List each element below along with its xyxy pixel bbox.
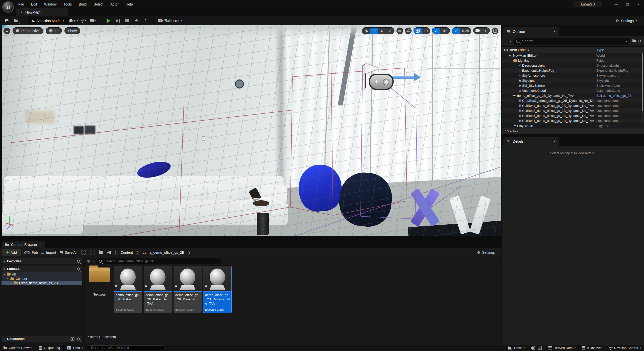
menu-actor[interactable]: Actor	[108, 2, 121, 7]
revision-control-dropdown[interactable]: Revision Control ▾	[606, 345, 644, 351]
menu-tools[interactable]: Tools	[61, 2, 74, 7]
close-button[interactable]: ×	[633, 1, 644, 8]
tab-outliner[interactable]: Outliner ×	[503, 27, 559, 36]
tree-item-content[interactable]: ▾ Content	[2, 277, 82, 281]
workspace-section-header[interactable]: ▾ LumaGS	[2, 266, 82, 272]
breadcrumb-all[interactable]: All	[107, 250, 111, 254]
outliner-row-skysphere[interactable]: ◆ SM_SkySphere StaticMeshActor	[502, 83, 644, 88]
chevron-down-icon[interactable]: ▾	[217, 260, 219, 262]
outliner-row-exponentialheightfog[interactable]: ≈ ExponentialHeightFog ExponentialHeight…	[502, 68, 644, 73]
outliner-row-cullbox1[interactable]: ▣ CullBox1_demo_office_gs_2B_Dynamic_No_…	[502, 103, 644, 108]
outliner-row-lighting[interactable]: ▾ Lighting Folder	[502, 58, 644, 63]
skip-frame-button[interactable]	[114, 17, 122, 24]
menu-select[interactable]: Select	[91, 2, 106, 7]
breadcrumb-luma-folder[interactable]: Luma_demo_office_gs_2B	[143, 250, 184, 254]
add-folder-icon[interactable]	[632, 40, 636, 42]
scale-snap-toggle[interactable]: ↗	[452, 27, 460, 34]
menu-file[interactable]: File	[16, 2, 27, 7]
restore-button[interactable]: □	[622, 1, 633, 8]
caret-down-icon[interactable]: ▾	[7, 278, 9, 280]
add-collection-button[interactable]: +	[70, 337, 74, 341]
column-item-label[interactable]: Item Label	[510, 48, 526, 52]
rotation-snap-toggle[interactable]: ∠	[432, 27, 440, 34]
tab-content-browser[interactable]: Content Browser ×	[2, 241, 45, 248]
chevron-down-icon[interactable]: ▾	[93, 260, 94, 262]
trace-dropdown[interactable]: Trace ▾	[505, 345, 528, 351]
play-button[interactable]	[105, 17, 112, 24]
breadcrumb-content[interactable]: Content	[121, 250, 133, 254]
grid-snap-toggle[interactable]	[414, 27, 422, 34]
chevron-down-icon[interactable]: ▾	[626, 40, 627, 43]
gear-icon[interactable]: ⚙	[638, 39, 641, 43]
eye-icon[interactable]	[504, 49, 508, 51]
eject-button[interactable]	[133, 17, 140, 24]
stop-button[interactable]	[123, 17, 131, 24]
menu-edit[interactable]: Edit	[28, 2, 40, 7]
import-button[interactable]: ↓ Import	[41, 250, 56, 254]
add-actor-dropdown[interactable]: + ▾	[69, 17, 78, 24]
level-tab-newmap[interactable]: ▲ NewMap*	[16, 8, 68, 16]
selection-mode-dropdown[interactable]: Selection Mode ▾	[28, 17, 68, 24]
favorites-section-header[interactable]: ▸ Favorites	[2, 258, 82, 264]
surface-snapping-button[interactable]: ⁂	[405, 28, 412, 34]
output-log-button[interactable]: Output Log	[35, 345, 64, 351]
collections-section-header[interactable]: ▸ Collections +	[2, 336, 82, 342]
fab-button[interactable]: fab Fab	[24, 250, 38, 254]
close-icon[interactable]: ×	[39, 243, 42, 247]
outliner-row-cullbox2[interactable]: ▣ CullBox2_demo_office_gs_2B_Dynamic_No_…	[502, 108, 644, 113]
minimize-button[interactable]: —	[611, 1, 622, 8]
menu-build[interactable]: Build	[76, 2, 89, 7]
save-all-button[interactable]: Save All	[60, 250, 77, 254]
outliner-scrollbar[interactable]	[642, 53, 643, 123]
caret-down-icon[interactable]: ▾	[502, 59, 513, 62]
filter-icon[interactable]	[87, 260, 90, 262]
outliner-row-demo-office[interactable]: ▾ ● demo_office_gs_2B_Dynamic_No_TAA Edi…	[502, 93, 644, 98]
platforms-dropdown[interactable]: Platforms ▾	[158, 17, 183, 24]
asset-tile-dynamic[interactable]: * demo_office_gs_2B_Dynamic Blueprint Cl…	[174, 266, 202, 313]
asset-search-input[interactable]	[104, 259, 215, 263]
back-button[interactable]: ←	[81, 250, 86, 255]
cinematics-dropdown[interactable]: ▾	[89, 17, 97, 24]
outliner-row-directionallight[interactable]: ☀ DirectionalLight DirectionalLight	[502, 63, 644, 68]
close-icon[interactable]: ×	[553, 29, 555, 34]
play-options-button[interactable]: ⋮	[142, 17, 149, 24]
world-coordinate-button[interactable]: ⊕	[396, 28, 403, 34]
scale-tool-button[interactable]: ↗	[386, 27, 394, 34]
outliner-row-cullbox3[interactable]: ▣ CullBox3_demo_office_gs_2B_Dynamic_No_…	[502, 113, 644, 118]
toolbar-settings-dropdown[interactable]: ⚙ Settings ▾	[616, 19, 637, 23]
search-icon[interactable]	[77, 260, 80, 263]
content-browser-button[interactable]	[12, 17, 20, 24]
tree-item-all[interactable]: ▾ All	[2, 272, 82, 277]
outliner-search-input[interactable]	[522, 39, 623, 43]
scale-snap-value[interactable]: 0.25	[460, 27, 471, 34]
asset-search-field[interactable]: ▾	[96, 258, 221, 264]
column-type[interactable]: Type	[594, 47, 644, 53]
outliner-row-skyatmosphere[interactable]: ☼ SkyAtmosphere SkyAtmosphere	[502, 73, 644, 78]
asset-tile-baked-no-taa[interactable]: * demo_office_gs_2B_Baked_No_TAA Bluepri…	[144, 266, 172, 313]
menu-help[interactable]: Help	[123, 2, 136, 7]
outliner-search-field[interactable]: ▾	[513, 38, 630, 45]
content-drawer-button[interactable]: Content Drawer	[0, 345, 35, 351]
grid-snap-value[interactable]: 10	[422, 27, 430, 34]
cmd-dropdown[interactable]: >_ Cmd ▾	[64, 345, 87, 351]
perspective-dropdown[interactable]: Perspective	[13, 27, 43, 34]
outliner-row-cullbox4[interactable]: ▣ CullBox4_demo_office_gs_2B_Dynamic_No_…	[502, 118, 644, 123]
caret-right-icon[interactable]: ▸	[10, 282, 13, 284]
content-browser-settings-button[interactable]: ⚙ Settings	[477, 250, 495, 255]
insights-pause-icon[interactable]: ▮▮	[531, 346, 535, 350]
search-icon[interactable]	[77, 268, 80, 271]
tab-details[interactable]: ✎ Details ×	[503, 137, 559, 146]
add-button[interactable]: + Add	[3, 249, 21, 256]
outliner-row-playerstart[interactable]: ⚑ PlayerStart PlayerStart	[502, 123, 644, 128]
edit-blueprint-link[interactable]: Edit demo_office_gs_2B	[594, 94, 644, 98]
caret-down-icon[interactable]: ▾	[502, 54, 509, 57]
tree-item-luma-folder[interactable]: ▸ Luma_demo_office_gs_2B	[2, 281, 82, 285]
chevron-down-icon[interactable]: ▾	[510, 40, 511, 43]
derived-data-dropdown[interactable]: Derived Data ▾	[545, 345, 579, 351]
asset-tile-baked[interactable]: * demo_office_gs_2B_Baked Blueprint Clas…	[114, 266, 142, 313]
player-start-gizmo[interactable]: +	[361, 63, 421, 93]
select-tool-button[interactable]	[362, 27, 370, 34]
forward-button[interactable]: →	[90, 250, 95, 255]
view-mode-dropdown[interactable]: Lit	[46, 27, 62, 34]
maximize-viewport-button[interactable]	[492, 28, 498, 34]
